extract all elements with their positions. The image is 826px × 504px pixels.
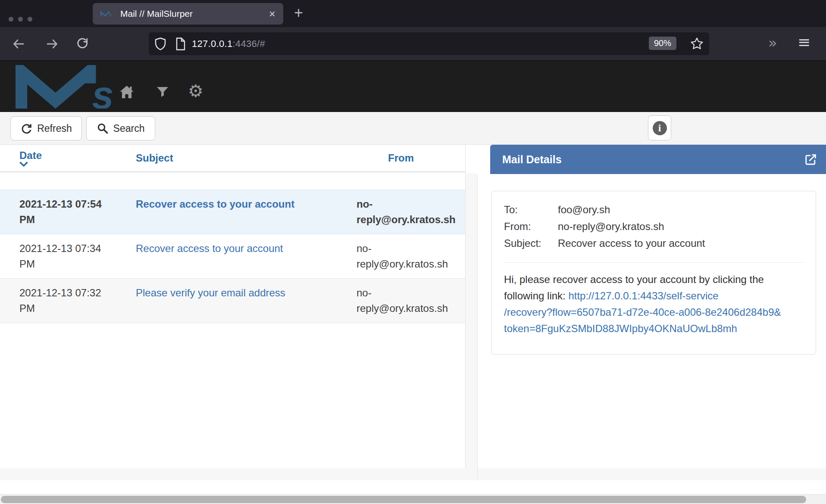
app-toolbar: Refresh Search i [0,112,826,145]
search-label: Search [113,123,145,134]
from-label: From: [504,218,558,235]
refresh-icon [20,123,32,134]
table-row[interactable]: 2021-12-13 07:32 PM Please verify your e… [0,278,465,323]
browser-navbar: 127.0.0.1:4436/# 90% » ≡ [0,27,826,61]
tab-title: Mail // MailSlurper [120,9,269,19]
mail-date: 2021-12-13 07:34 PM [19,241,116,272]
mail-subject: Please verify your email address [136,285,357,316]
open-external-icon[interactable] [804,153,817,166]
info-icon: i [653,121,667,135]
overflow-chevrons-icon[interactable]: » [768,34,777,51]
scrollbar-thumb[interactable] [1,496,806,503]
zoom-level-badge[interactable]: 90% [649,37,676,50]
reload-icon[interactable] [76,37,89,50]
body-text-line: Hi, please recover access to your accoun… [504,271,803,288]
to-label: To: [504,202,558,218]
svg-text:s: s [92,73,113,109]
subject-header-label: Subject [136,152,173,164]
url-bar[interactable]: 127.0.0.1:4436/# 90% [149,32,709,55]
hamburger-menu-icon[interactable]: ≡ [798,33,810,51]
url-path: :4436/# [232,38,265,49]
shield-icon[interactable] [155,37,166,50]
filter-icon[interactable] [157,87,168,98]
mail-details-title: Mail Details [490,153,804,166]
mail-from: no-reply@ory.kratos.sh [357,285,462,316]
bottom-divider [477,468,478,480]
mail-subject-link[interactable]: Please verify your email address [136,287,285,299]
url-text[interactable]: 127.0.0.1:4436/# [192,38,265,50]
mail-subject-link[interactable]: Recover access to your account [136,198,294,210]
mail-details-header: Mail Details [490,145,826,174]
svg-text:s: s [109,12,112,17]
from-header-label: From [388,152,414,164]
column-header-subject[interactable]: Subject [136,152,357,164]
from-value: no-reply@ory.kratos.sh [558,218,803,235]
bottom-strip [0,468,826,480]
mailslurper-logo: s [16,65,128,109]
mail-subject: Recover access to your account [136,241,357,272]
bookmark-star-icon[interactable] [690,37,704,50]
refresh-label: Refresh [37,123,72,134]
tab-favicon-mailslurper-icon: s [100,11,113,17]
refresh-button[interactable]: Refresh [10,116,82,140]
browser-tab[interactable]: s Mail // MailSlurper × [93,3,283,25]
mail-date: 2021-12-13 07:54 PM [19,196,116,227]
mail-subject: Recover access to your account [136,196,357,227]
mail-rows: 2021-12-13 07:54 PM Recover access to yo… [0,190,465,323]
tab-close-icon[interactable]: × [269,8,275,19]
new-tab-button[interactable]: + [294,5,303,21]
window-controls[interactable] [9,17,32,22]
back-icon[interactable] [12,37,25,50]
settings-gear-icon[interactable]: ⚙ [188,82,203,100]
url-host: 127.0.0.1 [192,38,232,49]
header-body-divider [504,262,803,263]
subject-label: Subject: [504,235,558,252]
page-info-icon[interactable] [175,37,186,50]
window-close-dot[interactable] [9,17,13,22]
table-row[interactable]: 2021-12-13 07:54 PM Recover access to yo… [0,190,465,234]
body-text-line: following link: [504,290,568,302]
mailslurper-window: s Mail // MailSlurper × + [0,0,826,504]
info-button[interactable]: i [648,115,671,140]
mail-body: Hi, please recover access to your accoun… [504,271,803,337]
mail-list-header: Date Subject From [0,145,465,172]
browser-tab-bar: s Mail // MailSlurper × + [0,0,826,27]
mail-date: 2021-12-13 07:32 PM [19,285,116,316]
window-minimize-dot[interactable] [18,17,23,22]
window-maximize-dot[interactable] [28,17,32,22]
column-header-from[interactable]: From [357,152,465,164]
forward-icon[interactable] [46,37,59,50]
home-icon[interactable] [120,86,134,98]
mail-details-pane: Mail Details To: foo@ory.sh From: no-rep… [478,145,826,468]
search-button[interactable]: Search [86,116,155,140]
column-header-date[interactable]: Date [19,149,136,167]
horizontal-scrollbar[interactable] [0,494,826,504]
mail-from: no-reply@ory.kratos.sh [357,241,462,272]
search-icon [97,123,108,134]
mail-list-pane: Date Subject From 2021-12-13 07:54 PM Re… [0,145,466,468]
mail-subject-link[interactable]: Recover access to your account [136,243,283,254]
subject-value: Recover access to your account [558,235,803,252]
to-value: foo@ory.sh [558,202,803,218]
mail-from: no-reply@ory.kratos.sh [357,196,462,227]
mail-headers: To: foo@ory.sh From: no-reply@ory.kratos… [504,202,803,252]
bottom-white-strip [0,480,826,494]
content-area: Date Subject From 2021-12-13 07:54 PM Re… [0,145,826,468]
app-header: s ⚙ [0,61,826,112]
pane-gutter [466,173,477,468]
table-row[interactable]: 2021-12-13 07:34 PM Recover access to yo… [0,234,465,278]
sort-descending-chevron-icon [19,162,136,167]
date-header-label: Date [19,149,42,161]
mail-details-card: To: foo@ory.sh From: no-reply@ory.kratos… [491,191,816,355]
